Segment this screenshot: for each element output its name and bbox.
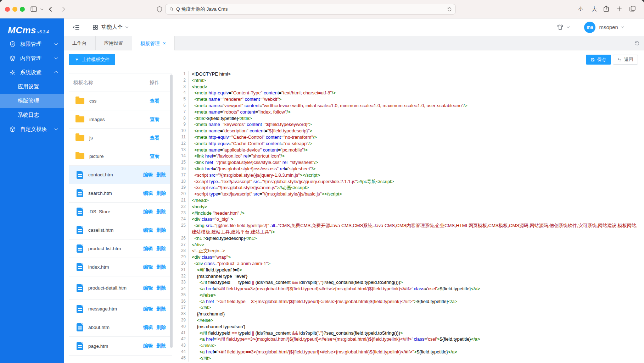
sidebar-item-权限管理[interactable]: 权限管理 [0,37,64,51]
user-chevron-icon[interactable] [621,25,624,28]
share-icon[interactable] [603,5,610,12]
action-link-删除[interactable]: 删除 [156,264,166,270]
file-actions-cell: 编辑删除 [137,276,172,299]
code-line: 18 <script type="text/javascript" src="/… [177,178,642,185]
address-bar[interactable]: Q 免疫开源的 Java Cms [165,4,456,15]
action-link-删除[interactable]: 删除 [156,190,166,197]
line-number: 13 [177,147,189,153]
code-text: </div> [189,242,642,248]
action-link-删除[interactable]: 删除 [156,172,166,178]
tab-overview-icon[interactable] [629,5,636,12]
table-row[interactable]: contact.htm编辑删除 [69,166,172,184]
save-button[interactable]: 保存 [586,55,611,65]
zoom-window-button[interactable] [20,7,25,12]
table-row[interactable]: caselist.htm编辑删除 [69,221,172,240]
file-name: index.htm [88,264,109,270]
tab-应用设置[interactable]: 应用设置 [96,36,132,50]
close-tab-icon[interactable]: × [163,40,166,46]
code-editor[interactable]: 1<!DOCTYPE html>2<html>3<head>4 <meta ht… [177,71,642,363]
sidebar-item-系统设置[interactable]: 系统设置 [0,65,64,79]
tab-模版管理[interactable]: 模版管理× [132,36,175,50]
file-panel-scrollbar[interactable] [170,75,173,348]
text-smaller-button[interactable]: 小 [578,6,583,12]
line-number: 4 [177,90,189,96]
action-link-编辑[interactable]: 编辑 [143,227,153,233]
action-link-编辑[interactable]: 编辑 [143,285,153,291]
sidebar-subitem-应用设置[interactable]: 应用设置 [0,79,64,94]
back-button[interactable]: 返回 [613,55,638,65]
table-row[interactable]: about.htm编辑删除 [69,318,172,337]
tab-label: 工作台 [72,40,87,46]
action-link-删除[interactable]: 删除 [156,306,166,312]
privacy-shield-icon[interactable] [156,6,163,13]
table-row[interactable]: js查看 [69,129,172,147]
table-row[interactable]: product-detail.htm编辑删除 [69,276,172,300]
reload-icon[interactable] [447,7,452,12]
text-larger-button[interactable]: 大 [592,6,597,13]
action-link-编辑[interactable]: 编辑 [143,324,153,331]
table-row[interactable]: message.htm编辑删除 [69,300,172,318]
action-link-编辑[interactable]: 编辑 [143,343,153,349]
refresh-tab-icon[interactable] [630,36,644,50]
table-row[interactable]: css查看 [69,92,172,110]
avatar[interactable]: ms [584,22,595,33]
minimize-window-button[interactable] [12,7,17,12]
code-line: 44 <a href="<#if field.type==3>{ms:globa… [177,349,642,355]
action-link-查看[interactable]: 查看 [150,116,159,123]
action-link-编辑[interactable]: 编辑 [143,209,153,215]
table-row[interactable]: picture查看 [69,147,172,166]
action-link-删除[interactable]: 删除 [156,209,166,215]
table-row[interactable]: page.htm编辑删除 [69,337,172,355]
file-name: css [89,98,96,104]
code-line: 15 <link href="/{ms:global.style/}css/st… [177,159,642,166]
action-link-删除[interactable]: 删除 [156,246,166,252]
upload-template-button[interactable]: 上传模板文件 [69,54,115,65]
sidebar-item-内容管理[interactable]: 内容管理 [0,51,64,65]
action-link-查看[interactable]: 查看 [150,153,159,160]
code-line: 8 <title>${field.typetitle}</title> [177,115,642,122]
theme-chevron-icon[interactable] [567,25,570,28]
action-link-编辑[interactable]: 编辑 [143,306,153,312]
close-window-button[interactable] [5,7,10,12]
file-icon [77,171,83,179]
action-link-删除[interactable]: 删除 [156,343,166,349]
code-text: <a href='<#if field.type==3>{ms:global.h… [189,336,642,342]
code-line: 43 <#else> [177,342,642,349]
table-row[interactable]: .DS_Store编辑删除 [69,203,172,221]
table-row[interactable]: images查看 [69,110,172,129]
line-number: 25 [177,222,189,235]
action-link-编辑[interactable]: 编辑 [143,246,153,252]
table-row[interactable]: product-list.htm编辑删除 [69,240,172,258]
collapse-sidebar-icon[interactable] [72,23,80,31]
line-number: 37 [177,304,189,311]
new-tab-icon[interactable] [616,5,623,12]
action-link-编辑[interactable]: 编辑 [143,190,153,197]
back-icon[interactable] [49,7,54,12]
action-link-编辑[interactable]: 编辑 [143,172,153,178]
sidebar-chevron-icon[interactable] [40,7,44,11]
all-functions-menu[interactable]: 功能大全 [92,18,128,36]
line-number: 31 [177,267,189,273]
table-row[interactable]: search.htm编辑删除 [69,184,172,203]
all-functions-label: 功能大全 [101,24,123,31]
browser-sidebar-icon[interactable] [30,5,38,13]
action-link-查看[interactable]: 查看 [150,98,159,104]
file-icon [77,189,83,197]
sidebar-item-自定义模块[interactable]: 自定义模块 [0,122,64,136]
code-line: 41 <#if field.typeid == typeid || (ids?h… [177,330,642,336]
sidebar-subitem-label: 应用设置 [18,83,39,90]
table-row[interactable]: index.htm编辑删除 [69,258,172,276]
action-link-删除[interactable]: 删除 [156,227,166,233]
action-link-查看[interactable]: 查看 [150,135,159,141]
tab-工作台[interactable]: 工作台 [64,36,96,50]
action-link-编辑[interactable]: 编辑 [143,264,153,270]
app-logo-text: MCms [8,25,36,36]
line-number: 33 [177,279,189,286]
sidebar-subitem-模版管理[interactable]: 模版管理 [0,94,64,108]
action-link-删除[interactable]: 删除 [156,324,166,331]
file-actions-cell: 查看 [137,129,172,147]
action-link-删除[interactable]: 删除 [156,285,166,291]
username[interactable]: msopen [599,24,618,30]
theme-icon[interactable] [556,23,564,31]
sidebar-subitem-系统日志[interactable]: 系统日志 [0,108,64,122]
